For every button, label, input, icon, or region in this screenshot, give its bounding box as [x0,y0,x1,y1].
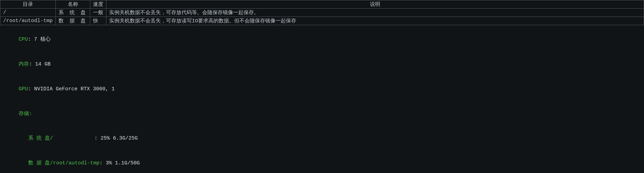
disk1-line: 系 统 盘/: 25% 6.3G/25G [0,126,644,151]
mem-value: : 14 GB [29,61,51,67]
row1-speed: 一般 [90,9,106,17]
row1-dir: / [0,9,56,17]
mem-label: 内存 [19,61,29,67]
disk2-label: 数 据 盘/root/autodl-tmp [28,160,100,166]
gpu-line: GPU: NVIDIA GeForce RTX 3060, 1 [0,77,644,102]
disk-table: 目录 名称 速度 说明 / 系 统 盘 一般 实例关机数据不会丢失，可存放代码等… [0,0,644,25]
row2-speed: 快 [90,17,106,25]
table-row: /root/autodl-tmp 数 据 盘 快 实例关机数据不会丢失，可存放读… [0,17,644,25]
storage-label: 存储: [19,111,32,117]
col-header-speed: 速度 [90,0,106,9]
row2-dir: /root/autodl-tmp [0,17,56,25]
cpu-line: CPU: 7 核心 [0,27,644,52]
cpu-label: CPU [19,37,28,42]
disk1-value: : 25% 6.3G/25G [94,135,138,141]
gpu-value: : NVIDIA GeForce RTX 3060, 1 [28,86,115,92]
col-header-desc: 说明 [106,0,644,9]
col-header-name: 名称 [56,0,90,9]
disk2-line: 数 据 盘/root/autodl-tmp: 3% 1.1G/50G [0,151,644,173]
row2-desc: 实例关机数据不会丢失，可存放读写IO要求高的数据。但不会随保存镜像一起保存 [106,17,644,25]
terminal: 目录 名称 速度 说明 / 系 统 盘 一般 实例关机数据不会丢失，可存放代码等… [0,0,644,173]
storage-label-line: 存储: [0,101,644,126]
table-row: / 系 统 盘 一般 实例关机数据不会丢失，可存放代码等。会随保存镜像一起保存。 [0,9,644,17]
disk2-value: : 3% 1.1G/50G [100,160,140,166]
col-header-dir: 目录 [0,0,56,9]
disk1-label: 系 统 盘/ [28,135,53,141]
cpu-value: : 7 核心 [28,37,51,42]
row1-desc: 实例关机数据不会丢失，可存放代码等。会随保存镜像一起保存。 [106,9,644,17]
system-info: CPU: 7 核心 内存: 14 GB GPU: NVIDIA GeForce … [0,27,644,173]
row2-name: 数 据 盘 [56,17,90,25]
row1-name: 系 统 盘 [56,9,90,17]
mem-line: 内存: 14 GB [0,52,644,77]
gpu-label: GPU [19,86,28,92]
